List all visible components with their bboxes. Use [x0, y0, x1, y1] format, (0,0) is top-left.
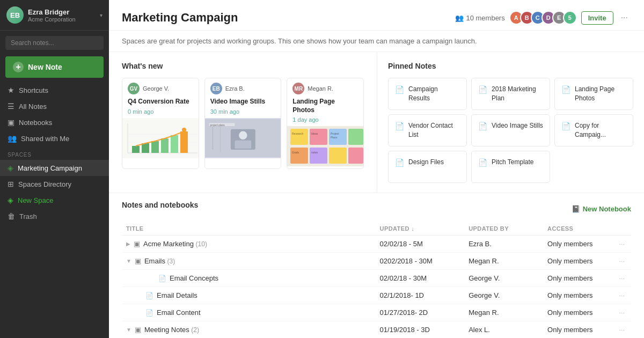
user-name: Ezra Bridger: [28, 8, 76, 16]
row-more-button[interactable]: ···: [617, 239, 627, 249]
sidebar: EB Ezra Bridger Acme Corporation ▾ + New…: [0, 0, 109, 338]
row-updated: 01/19/2018 - 3D: [376, 321, 465, 339]
row-updated: 0202/2018 - 30M: [376, 253, 465, 270]
space-icon: ◈: [8, 164, 13, 172]
row-more-button[interactable]: ···: [617, 273, 627, 283]
new-space-icon: ◈: [8, 196, 13, 204]
pinned-note-0[interactable]: 📄 Campaign Results: [388, 78, 467, 110]
row-more-button[interactable]: ···: [617, 256, 627, 266]
sidebar-item-new-space[interactable]: ◈ New Space: [0, 192, 109, 208]
whats-new-card-0[interactable]: GV George V. Q4 Conversion Rate 0 min ag…: [122, 78, 199, 169]
card-time: 1 day ago: [287, 115, 363, 126]
sidebar-item-marketing-campaign[interactable]: ◈ Marketing Campaign: [0, 160, 109, 176]
note-icon: 📄: [478, 158, 487, 167]
pinned-notes-section: Pinned Notes 📄 Campaign Results 📄 2018 M…: [377, 52, 644, 193]
table-row[interactable]: ▼ ▣ Meeting Notes (2) 01/19/2018 - 3D Al…: [122, 321, 631, 339]
svg-rect-9: [171, 135, 178, 153]
col-updated[interactable]: Updated ↓: [376, 222, 465, 236]
row-more-button[interactable]: ···: [617, 325, 627, 335]
row-updated-by: Ezra B.: [464, 236, 543, 253]
user-profile[interactable]: EB Ezra Bridger Acme Corporation ▾: [0, 0, 109, 31]
pinned-note-5[interactable]: 📄 Copy for Campaig...: [554, 114, 633, 146]
shortcuts-icon: ★: [8, 86, 14, 94]
page-title: Marketing Campaign: [122, 11, 238, 25]
notebook-icon: ▣: [135, 257, 141, 265]
search-input[interactable]: [5, 36, 104, 50]
svg-rect-10: [180, 131, 188, 153]
card-avatar: EB: [210, 83, 222, 94]
pinned-note-4[interactable]: 📄 Video Image Stills: [471, 114, 550, 146]
card-user: Megan R.: [308, 85, 333, 92]
row-title: Email Details: [157, 291, 197, 299]
row-more-button[interactable]: ···: [617, 290, 627, 300]
row-title: Email Concepts: [170, 274, 218, 282]
note-icon: 📄: [158, 275, 166, 282]
photo-preview: project plans: [205, 118, 281, 158]
user-org: Acme Corporation: [28, 16, 76, 23]
svg-rect-8: [161, 138, 169, 153]
table-row[interactable]: ▼ ▣ Emails (3) 0202/2018 - 30M Megan R. …: [122, 253, 631, 270]
row-access: Only members: [543, 236, 612, 253]
pinned-note-6[interactable]: 📄 Design Files: [388, 151, 467, 183]
pinned-note-2[interactable]: 📄 Landing Page Photos: [554, 78, 633, 110]
svg-rect-22: [310, 129, 327, 145]
svg-rect-24: [348, 129, 363, 145]
new-note-button[interactable]: + New Note: [5, 56, 104, 78]
sidebar-item-shortcuts[interactable]: ★ Shortcuts: [0, 82, 109, 98]
expand-arrow[interactable]: ▶: [126, 241, 130, 247]
note-icon: 📄: [478, 122, 487, 130]
people-icon: 👥: [455, 14, 464, 22]
svg-rect-25: [290, 148, 308, 164]
sidebar-item-shared-with-me[interactable]: 👥 Shared with Me: [0, 130, 109, 146]
svg-rect-5: [132, 146, 140, 153]
whats-new-card-1[interactable]: EB Ezra B. Video Image Stills 30 min ago: [204, 78, 282, 169]
pinned-note-7[interactable]: 📄 Pitch Template: [471, 151, 550, 183]
col-access: Access: [543, 222, 612, 236]
note-icon: 📄: [561, 85, 570, 94]
row-title: Acme Marketing (10): [143, 240, 207, 248]
note-icon: 📄: [561, 122, 570, 130]
card-title: Video Image Stills: [205, 97, 281, 107]
trash-icon: 🗑: [8, 212, 15, 221]
table-row[interactable]: 📄 Email Concepts 02/02/18 - 30M George V…: [122, 270, 631, 287]
members-count: 👥 10 members: [455, 14, 504, 22]
note-icon: 📄: [395, 158, 404, 167]
avatar-extra: 5: [563, 11, 577, 25]
new-notebook-button[interactable]: 📓 New Notebook: [572, 205, 631, 213]
invite-button[interactable]: Invite: [581, 11, 613, 25]
row-updated-by: George V.: [464, 287, 543, 304]
card-title: Landing Page Photos: [287, 97, 363, 115]
expand-arrow[interactable]: ▼: [126, 258, 131, 264]
member-avatars: A B C D E 5: [509, 11, 577, 25]
row-updated: 02/02/18 - 30M: [376, 270, 465, 287]
svg-rect-6: [142, 143, 149, 153]
sidebar-item-trash[interactable]: 🗑 Trash: [0, 208, 109, 224]
row-access: Only members: [543, 270, 612, 287]
svg-text:Ideas: Ideas: [311, 132, 318, 135]
sidebar-item-notebooks[interactable]: ▣ Notebooks: [0, 114, 109, 130]
expand-arrow[interactable]: ▼: [126, 327, 131, 333]
chevron-down-icon: ▾: [100, 12, 103, 18]
sidebar-item-spaces-directory[interactable]: ⊞ Spaces Directory: [0, 176, 109, 192]
note-icon: 📄: [145, 292, 153, 299]
table-row[interactable]: ▶ ▣ Acme Marketing (10) 02/02/18 - 5M Ez…: [122, 236, 631, 253]
pinned-note-3[interactable]: 📄 Vendor Contact List: [388, 114, 467, 146]
sidebar-item-all-notes[interactable]: ☰ All Notes: [0, 98, 109, 114]
svg-rect-27: [329, 148, 347, 164]
svg-text:project plans: project plans: [210, 124, 225, 127]
whats-new-card-2[interactable]: MR Megan R. Landing Page Photos 1 day ag…: [287, 78, 364, 169]
card-avatar: GV: [128, 83, 140, 94]
row-more-button[interactable]: ···: [617, 307, 627, 318]
more-button[interactable]: ···: [618, 12, 631, 24]
col-title: Title: [122, 222, 376, 236]
svg-rect-21: [290, 129, 308, 145]
pinned-note-1[interactable]: 📄 2018 Marketing Plan: [471, 78, 550, 110]
notes-icon: ☰: [8, 102, 14, 111]
table-row[interactable]: 📄 Email Content 01/27/2018- 2D Megan R. …: [122, 304, 631, 321]
card-avatar: MR: [292, 83, 304, 94]
main-body: What's new GV George V. Q4 Conversion Ra…: [109, 52, 644, 193]
row-title: Meeting Notes (2): [144, 326, 199, 334]
notebook-plus-icon: 📓: [572, 205, 580, 213]
row-updated-by: Megan R.: [464, 253, 543, 270]
table-row[interactable]: 📄 Email Details 02/1/2018- 1D George V. …: [122, 287, 631, 304]
